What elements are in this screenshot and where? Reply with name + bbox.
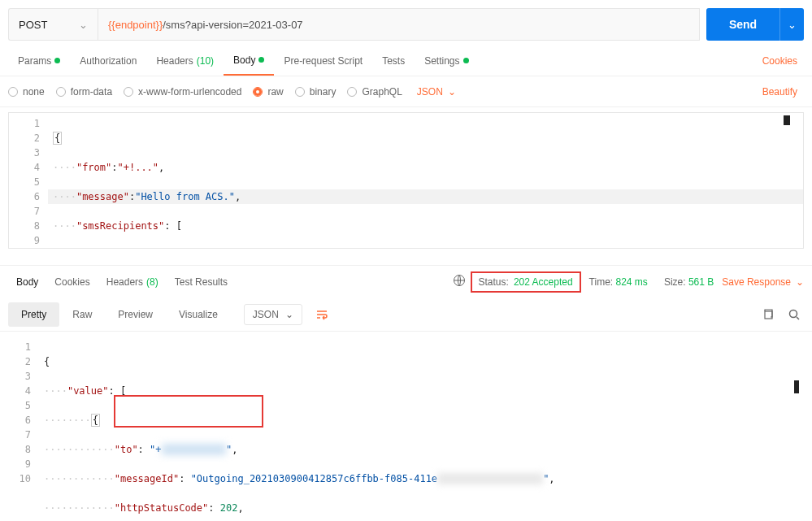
url-input[interactable]: {{endpoint}}/sms?api-version=2021-03-07 [98,8,700,41]
view-tab-visualize[interactable]: Visualize [166,302,231,327]
body-type-binary[interactable]: binary [295,86,337,98]
line-gutter: 12345678910 [0,336,39,521]
status-code: 202 Accepted [514,276,573,288]
wrap-lines-button[interactable] [310,303,333,326]
code-content: { ····"from":"+!...", ····"message":"Hel… [48,113,803,249]
url-path: /sms?api-version=2021-03-07 [163,19,302,31]
tab-authorization[interactable]: Authorization [70,46,146,76]
body-type-urlencoded[interactable]: x-www-form-urlencoded [124,86,241,98]
chevron-down-icon: ⌄ [788,19,797,31]
body-type-selector: none form-data x-www-form-urlencoded raw… [0,76,812,107]
chevron-down-icon: ⌄ [448,86,456,98]
response-language-select[interactable]: JSON⌄ [244,304,302,325]
radio-icon [56,87,66,97]
request-tabs: Params Authorization Headers (10) Body P… [0,46,812,76]
response-tab-testresults[interactable]: Test Results [167,266,236,297]
body-type-formdata[interactable]: form-data [56,86,112,98]
view-tab-raw[interactable]: Raw [59,302,105,327]
save-response-button[interactable]: Save Response⌄ [722,276,804,288]
radio-icon [295,87,305,97]
http-method-value: POST [19,19,47,31]
beautify-link[interactable]: Beautify [756,86,804,98]
response-bar: Body Cookies Headers (8) Test Results St… [0,265,812,297]
tab-params[interactable]: Params [8,46,70,76]
tab-settings[interactable]: Settings [415,46,478,76]
chevron-down-icon: ⌄ [796,276,804,288]
tab-headers[interactable]: Headers (10) [146,46,224,76]
http-method-select[interactable]: POST ⌄ [8,8,98,41]
view-tab-preview[interactable]: Preview [105,302,166,327]
search-response-button[interactable] [784,305,804,324]
send-options-button[interactable]: ⌄ [779,8,804,41]
status-dot-icon [463,58,469,63]
radio-icon [347,87,357,97]
tab-prerequest[interactable]: Pre-request Script [274,46,372,76]
raw-language-select[interactable]: JSON⌄ [417,86,456,98]
response-size: Size: 561 B [656,276,722,288]
response-tab-body[interactable]: Body [8,266,46,297]
radio-icon [124,87,133,97]
globe-icon [453,274,466,289]
url-variable: {{endpoint}} [108,19,163,31]
svg-rect-1 [765,311,772,319]
chevron-down-icon: ⌄ [79,19,88,31]
tab-tests[interactable]: Tests [372,46,415,76]
request-body-editor[interactable]: 123456789 { ····"from":"+!...", ····"mes… [8,112,804,249]
body-type-graphql[interactable]: GraphQL [347,86,402,98]
send-button[interactable]: Send [706,8,779,41]
body-type-none[interactable]: none [8,86,45,98]
caret-icon [784,115,790,125]
response-tab-headers[interactable]: Headers (8) [98,266,167,297]
line-gutter: 123456789 [9,113,48,249]
radio-checked-icon [253,87,263,97]
svg-point-2 [790,310,797,317]
response-tab-cookies[interactable]: Cookies [46,266,98,297]
tab-body[interactable]: Body [224,46,274,76]
response-time: Time: 824 ms [581,276,656,288]
status-dot-icon [54,58,60,63]
response-body-editor[interactable]: 12345678910 { ····"value": [ ········{ ·… [0,332,812,521]
view-tab-pretty[interactable]: Pretty [8,302,59,327]
status-highlight-box: Status: 202 Accepted [471,271,581,293]
cookies-link[interactable]: Cookies [756,55,804,67]
body-type-raw[interactable]: raw [253,86,283,98]
status-dot-icon [258,57,264,63]
radio-icon [8,87,18,97]
response-view-bar: Pretty Raw Preview Visualize JSON⌄ [0,297,812,332]
copy-response-button[interactable] [758,305,778,324]
chevron-down-icon: ⌄ [285,309,293,320]
code-content: { ····"value": [ ········{ ············"… [39,336,812,521]
